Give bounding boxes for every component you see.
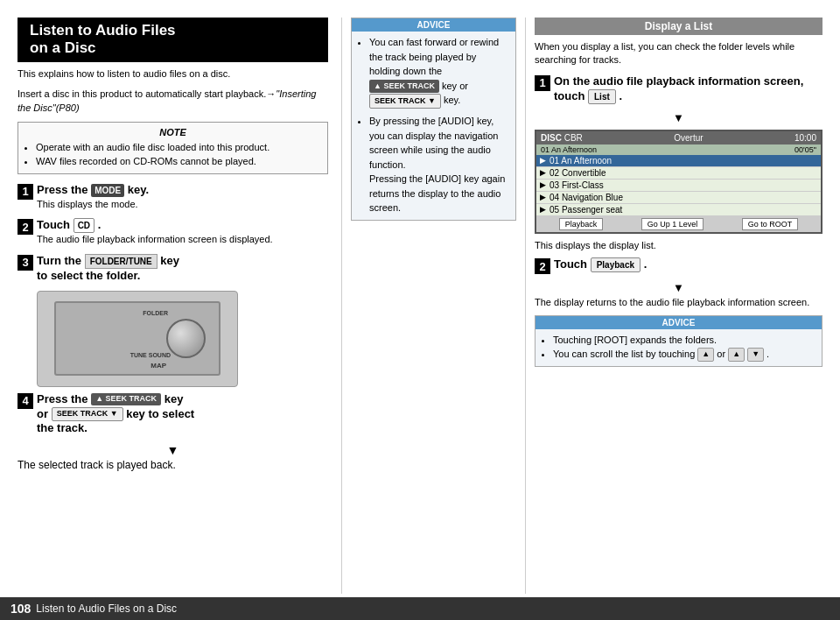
right-step-1-desc: This displays the display list. <box>535 239 822 252</box>
step-2-desc: The audio file playback information scre… <box>37 233 328 246</box>
note-list: Operate with an audio file disc loaded i… <box>25 140 320 169</box>
advice-box-middle: ADVICE You can fast forward or rewind th… <box>351 18 516 221</box>
step-num-3: 3 <box>18 255 33 271</box>
lcd-row-0[interactable]: ▶ 01 An Afternoon <box>536 155 821 167</box>
lcd-row-text-2: 03 First-Class <box>550 180 604 190</box>
step-1: 1 Press the MODE key. This displays the … <box>18 183 328 211</box>
step-num-2: 2 <box>18 219 33 235</box>
right-step-1-title: On the audio file playback information s… <box>554 74 822 104</box>
step-4: 4 Press the ▲ SEEK TRACK key or SEEK TRA… <box>18 392 328 437</box>
step-1-content: Press the MODE key. This displays the mo… <box>37 183 328 211</box>
scroll-up-btn: ▲ <box>697 348 714 362</box>
device-label-tune: TUNE SOUND <box>130 352 171 358</box>
step-2-title: Touch CD . <box>37 218 328 233</box>
lcd-screen: DISC CBR Overtur 10:00 01 An Afternoon 0… <box>535 130 822 234</box>
lcd-row-icon-1: ▶ <box>540 168 546 177</box>
advice-item-1: You can fast forward or rewind the track… <box>369 35 508 109</box>
right-advice-item-2: You can scroll the list by touching ▲ or… <box>553 347 815 362</box>
right-column: Display a List When you display a list, … <box>525 18 822 594</box>
down-arrow-right-1: ▼ <box>535 111 822 124</box>
lcd-bottom-bar: Playback Go Up 1 Level Go to ROOT <box>536 216 821 232</box>
cd-button: CD <box>74 218 94 233</box>
note-item: WAV files recorded on CD-ROMs cannot be … <box>36 154 320 169</box>
lcd-playback-btn[interactable]: Playback <box>559 218 604 230</box>
note-box: NOTE Operate with an audio file disc loa… <box>18 122 328 174</box>
note-item: Operate with an audio file disc loaded i… <box>36 140 320 155</box>
lcd-row-icon-3: ▶ <box>540 193 546 201</box>
down-arrow-1: ▼ <box>18 443 328 457</box>
middle-column: ADVICE You can fast forward or rewind th… <box>341 18 525 594</box>
right-step-1: 1 On the audio file playback information… <box>535 74 822 104</box>
mode-key: MODE <box>91 184 124 197</box>
right-step-num-1: 1 <box>535 75 550 91</box>
step-3-title: Turn the FOLDER/TUNE keyto select the fo… <box>37 254 328 284</box>
device-label-map: MAP <box>150 362 166 370</box>
lcd-up-level-btn[interactable]: Go Up 1 Level <box>641 218 704 230</box>
device-knob <box>166 319 206 358</box>
playback-touch-btn[interactable]: Playback <box>591 257 640 272</box>
lcd-time: 10:00 <box>794 133 816 143</box>
scroll-up-btn-2: ▲ <box>728 348 745 362</box>
section-title: Listen to Audio Files on a Disc <box>30 22 319 58</box>
lcd-row-text-0: 01 An Afternoon <box>550 156 612 166</box>
lcd-source: DISC CBR <box>541 133 583 143</box>
step-4-title: Press the ▲ SEEK TRACK key or SEEK TRACK… <box>37 392 328 437</box>
advice-item-2: By pressing the [AUDIO] key, you can dis… <box>369 114 508 215</box>
lcd-row-text-4: 05 Passenger seat <box>550 205 622 215</box>
advice-list-middle: You can fast forward or rewind the track… <box>359 35 508 215</box>
list-touch-btn[interactable]: List <box>588 89 616 104</box>
lcd-row-2[interactable]: ▶ 03 First-Class <box>536 180 821 192</box>
lcd-row-icon-2: ▶ <box>540 180 546 189</box>
intro-text: Insert a disc in this product to automat… <box>18 88 328 115</box>
step-2: 2 Touch CD . The audio file playback inf… <box>18 218 328 246</box>
step-3-content: Turn the FOLDER/TUNE keyto select the fo… <box>37 254 328 284</box>
lcd-row-text-1: 02 Convertible <box>550 168 606 178</box>
right-section-header: Display a List <box>535 18 822 35</box>
down-arrow-right-2: ▼ <box>535 281 822 294</box>
seek-down-key: SEEK TRACK ▼ <box>52 407 123 421</box>
device-label-folder: FOLDER <box>143 310 168 316</box>
right-intro: When you display a list, you can check t… <box>535 40 822 67</box>
step-1-desc: This displays the mode. <box>37 198 328 211</box>
step-num-4: 4 <box>18 393 33 409</box>
step-2-content: Touch CD . The audio file playback infor… <box>37 218 328 246</box>
advice-box-right: ADVICE Touching [ROOT] expands the folde… <box>535 315 822 367</box>
right-step-2-desc: The display returns to the audio file pl… <box>535 296 822 309</box>
page-number: 108 <box>10 602 31 616</box>
right-step-2-title: Touch Playback . <box>554 257 822 272</box>
right-step-2-content: Touch Playback . <box>554 257 822 272</box>
advice-title-right: ADVICE <box>536 316 822 329</box>
footer-bar: 108 Listen to Audio Files on a Disc <box>0 597 840 620</box>
right-step-num-2: 2 <box>535 258 550 274</box>
lcd-track-bar: 01 An Afternoon 00'05" <box>536 144 821 155</box>
right-step-1-content: On the audio file playback information s… <box>554 74 822 104</box>
lcd-top-bar: DISC CBR Overtur 10:00 <box>536 131 821 144</box>
after-step4: The selected track is played back. <box>18 459 328 471</box>
right-step-2: 2 Touch Playback . <box>535 257 822 274</box>
lcd-row-icon-4: ▶ <box>540 205 546 214</box>
lcd-row-text-3: 04 Navigation Blue <box>550 193 623 202</box>
step-num-1: 1 <box>18 184 33 200</box>
step-1-title: Press the MODE key. <box>37 183 328 198</box>
device-image: FOLDER TUNE SOUND MAP <box>37 291 238 387</box>
left-column: Listen to Audio Files on a Disc This exp… <box>18 18 341 594</box>
note-title: NOTE <box>25 127 320 137</box>
lcd-title: Overtur <box>674 133 703 143</box>
page-container: Listen to Audio Files on a Disc This exp… <box>0 0 840 620</box>
advice-list-right: Touching [ROOT] expands the folders. You… <box>542 333 815 362</box>
lcd-row-icon-0: ▶ <box>540 156 546 165</box>
lcd-track-info: 01 An Afternoon <box>541 145 597 154</box>
lcd-root-btn[interactable]: Go to ROOT <box>742 218 799 230</box>
lcd-row-1[interactable]: ▶ 02 Convertible <box>536 167 821 180</box>
folder-tune-key: FOLDER/TUNE <box>85 254 158 269</box>
subtitle: This explains how to listen to audio fil… <box>18 67 328 81</box>
step-4-content: Press the ▲ SEEK TRACK key or SEEK TRACK… <box>37 392 328 437</box>
lcd-row-3[interactable]: ▶ 04 Navigation Blue <box>536 192 821 204</box>
seek-up-small: ▲ SEEK TRACK <box>369 80 439 94</box>
device-inner: FOLDER TUNE SOUND MAP <box>54 301 220 376</box>
section-title-box: Listen to Audio Files on a Disc <box>18 18 328 62</box>
seek-down-small: SEEK TRACK ▼ <box>369 94 441 109</box>
lcd-row-4[interactable]: ▶ 05 Passenger seat <box>536 204 821 216</box>
seek-up-key: ▲ SEEK TRACK <box>91 393 161 405</box>
advice-title-middle: ADVICE <box>352 18 515 32</box>
